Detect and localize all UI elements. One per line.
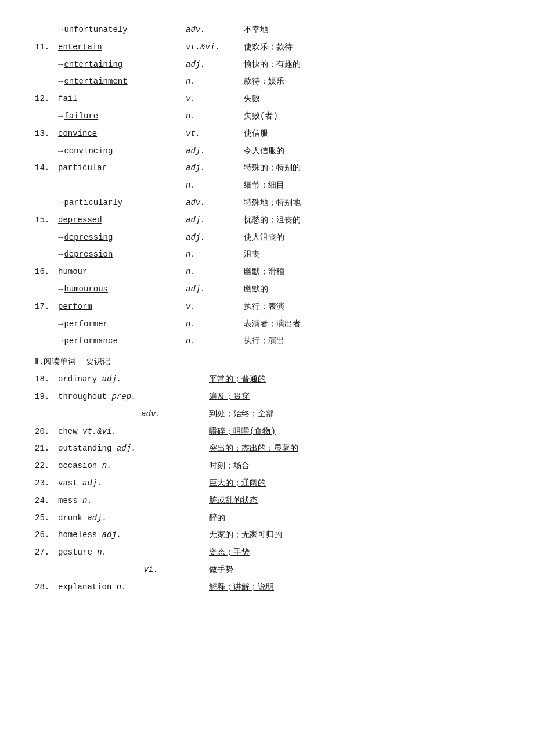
entry-entertaining: →entertaining adj. 愉快的；有趣的 bbox=[35, 58, 499, 72]
entry-word: →depression bbox=[58, 248, 186, 262]
word-text[interactable]: depressing bbox=[64, 233, 113, 242]
entry-num: 26. bbox=[35, 528, 58, 542]
entry-explanation: 28. explanation n. 解释；讲解；说明 bbox=[35, 581, 499, 595]
entry-meaning: 表演者；演出者 bbox=[244, 318, 499, 332]
word-text[interactable]: convincing bbox=[64, 146, 113, 156]
entry-word: →unfortunately bbox=[58, 23, 186, 37]
entry-gesture-vi: vi. 做手势 bbox=[35, 563, 499, 577]
entry-word: adv. bbox=[58, 408, 209, 422]
entry-failure: →failure n. 失败(者) bbox=[35, 110, 499, 124]
entry-meaning: 失败 bbox=[244, 92, 499, 106]
section1-entries: →unfortunately adv. 不幸地 11. entertain vt… bbox=[35, 23, 499, 348]
word-text[interactable]: depressed bbox=[58, 215, 102, 225]
entry-pos: n. bbox=[186, 318, 244, 332]
entry-meaning: 执行；表演 bbox=[244, 300, 499, 314]
word-text[interactable]: failure bbox=[64, 111, 98, 121]
entry-occasion: 22. occasion n. 时刻；场合 bbox=[35, 459, 499, 473]
entry-pos: n. bbox=[186, 265, 244, 279]
entry-depression: →depression n. 沮丧 bbox=[35, 248, 499, 262]
arrow-icon: → bbox=[58, 77, 63, 86]
entry-meaning: 脏或乱的状态 bbox=[209, 494, 499, 508]
entry-pos: v. bbox=[186, 300, 244, 314]
arrow-icon: → bbox=[58, 319, 63, 329]
entry-particularly: →particularly adv. 特殊地；特别地 bbox=[35, 196, 499, 210]
entry-convincing: →convincing adj. 令人信服的 bbox=[35, 145, 499, 159]
entry-word: →failure bbox=[58, 110, 186, 124]
entry-word: vi. bbox=[58, 563, 209, 577]
entry-word: vast adj. bbox=[58, 477, 209, 491]
word-text[interactable]: entertain bbox=[58, 42, 102, 52]
entry-word: depressed bbox=[58, 214, 186, 228]
entry-meaning: 失败(者) bbox=[244, 110, 499, 124]
entry-num: 13. bbox=[35, 127, 58, 141]
vocabulary-page: →unfortunately adv. 不幸地 11. entertain vt… bbox=[35, 23, 499, 595]
word-text[interactable]: perform bbox=[58, 302, 92, 311]
entry-meaning: 使信服 bbox=[244, 127, 499, 141]
entry-convince: 13. convince vt. 使信服 bbox=[35, 127, 499, 141]
entry-meaning: 款待；娱乐 bbox=[244, 75, 499, 89]
arrow-icon: → bbox=[58, 250, 63, 259]
word-text[interactable]: performance bbox=[64, 336, 117, 345]
word-text[interactable]: particular bbox=[58, 163, 107, 172]
arrow-icon: → bbox=[58, 198, 63, 207]
entry-meaning: 忧愁的；沮丧的 bbox=[244, 214, 499, 228]
word-text[interactable]: entertainment bbox=[64, 77, 127, 86]
entry-meaning: 执行；演出 bbox=[244, 334, 499, 348]
entry-pos: n. bbox=[186, 75, 244, 89]
entry-performer: →performer n. 表演者；演出者 bbox=[35, 318, 499, 332]
entry-pos: v. bbox=[186, 92, 244, 106]
word-text[interactable]: entertaining bbox=[64, 60, 122, 69]
entry-num: 16. bbox=[35, 265, 58, 279]
entry-entertainment: →entertainment n. 款待；娱乐 bbox=[35, 75, 499, 89]
entry-pos: n. bbox=[186, 110, 244, 124]
entry-num: 19. bbox=[35, 390, 58, 404]
word-text[interactable]: particularly bbox=[64, 198, 122, 207]
entry-word: →performance bbox=[58, 334, 186, 348]
entry-word: convince bbox=[58, 127, 186, 141]
word-text[interactable]: convince bbox=[58, 129, 97, 138]
entry-word: drunk adj. bbox=[58, 512, 209, 525]
word-text[interactable]: humour bbox=[58, 267, 87, 276]
entry-gesture-n: 27. gesture n. 姿态；手势 bbox=[35, 546, 499, 560]
word-text[interactable]: performer bbox=[64, 319, 108, 329]
entry-entertain: 11. entertain vt.&vi. 使欢乐；款待 bbox=[35, 41, 499, 55]
entry-num: 15. bbox=[35, 214, 58, 228]
entry-num: 23. bbox=[35, 477, 58, 491]
entry-meaning: 沮丧 bbox=[244, 248, 499, 262]
entry-meaning: 愉快的；有趣的 bbox=[244, 58, 499, 72]
entry-meaning: 令人信服的 bbox=[244, 145, 499, 159]
word-text[interactable]: fail bbox=[58, 94, 78, 103]
entry-num: 12. bbox=[35, 92, 58, 106]
entry-pos: adj. bbox=[186, 283, 244, 297]
entry-humour: 16. humour n. 幽默；滑稽 bbox=[35, 265, 499, 279]
entry-perform: 17. perform v. 执行；表演 bbox=[35, 300, 499, 314]
entry-meaning: 特殊的；特别的 bbox=[244, 161, 499, 175]
entry-mess: 24. mess n. 脏或乱的状态 bbox=[35, 494, 499, 508]
entry-meaning: 使欢乐；款待 bbox=[244, 41, 499, 55]
entry-pos: adv. bbox=[186, 196, 244, 210]
entry-meaning: 不幸地 bbox=[244, 23, 499, 37]
entry-pos: n. bbox=[186, 334, 244, 348]
entry-num: 28. bbox=[35, 581, 58, 595]
word-text[interactable]: humourous bbox=[64, 285, 108, 294]
entry-word: →humourous bbox=[58, 283, 186, 297]
arrow-icon: → bbox=[58, 25, 63, 34]
word-text[interactable]: depression bbox=[64, 250, 113, 259]
entry-pos: n. bbox=[186, 248, 244, 262]
entry-word: homeless adj. bbox=[58, 528, 209, 542]
entry-word: particular bbox=[58, 161, 186, 175]
arrow-icon: → bbox=[58, 336, 63, 345]
entry-word: outstanding adj. bbox=[58, 442, 209, 456]
entry-num: 24. bbox=[35, 494, 58, 508]
entry-pos: n. bbox=[186, 179, 244, 193]
entry-word: →performer bbox=[58, 318, 186, 332]
entry-word: →entertaining bbox=[58, 58, 186, 72]
entry-depressed: 15. depressed adj. 忧愁的；沮丧的 bbox=[35, 214, 499, 228]
entry-word: →depressing bbox=[58, 231, 186, 245]
entry-particular-n: n. 细节；细目 bbox=[35, 179, 499, 193]
entry-num: 22. bbox=[35, 459, 58, 473]
arrow-icon: → bbox=[58, 111, 63, 121]
entry-num: 21. bbox=[35, 442, 58, 456]
entry-meaning: 特殊地；特别地 bbox=[244, 196, 499, 210]
word-text[interactable]: unfortunately bbox=[64, 25, 127, 34]
